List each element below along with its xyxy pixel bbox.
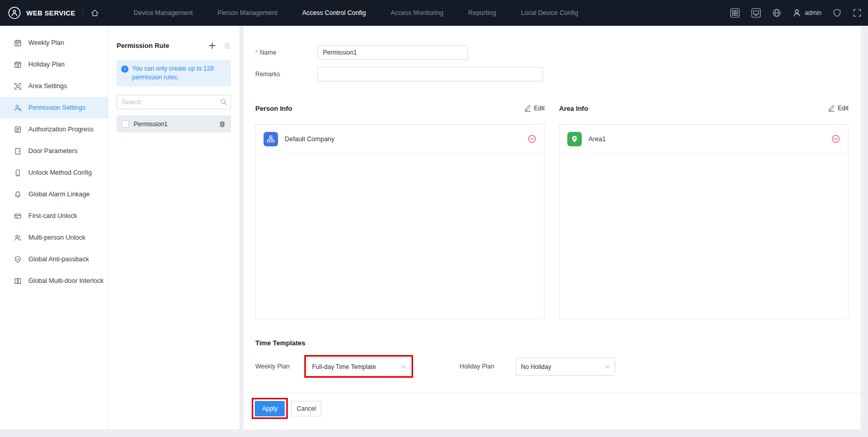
delete-rules-button[interactable]	[223, 42, 231, 49]
weekly-plan-value: Full-day Time Template	[312, 363, 401, 371]
unlock-method-icon	[14, 169, 22, 177]
rule-limit-notice: i You can only create up to 128 permissi…	[117, 60, 231, 87]
multi-person-icon	[14, 234, 22, 242]
minus-circle-icon	[831, 135, 840, 143]
topbar-divider	[83, 9, 83, 17]
multi-door-icon	[14, 277, 22, 285]
info-icon: i	[121, 65, 128, 73]
name-label: *Name	[255, 45, 276, 60]
sidebar: Weekly Plan Holiday Plan Area Settings P…	[0, 26, 108, 429]
sidebar-item-multi-person-unlock[interactable]: Multi-person Unlock	[0, 227, 108, 248]
minus-circle-icon	[528, 135, 536, 143]
sidebar-item-global-alarm-linkage[interactable]: Global Alarm Linkage	[0, 183, 108, 205]
remarks-label: Remarks	[255, 67, 280, 81]
edit-pencil-icon	[524, 105, 531, 112]
search-input[interactable]	[117, 95, 231, 109]
sidebar-item-global-anti-passback[interactable]: Global Anti-passback	[0, 248, 108, 270]
holiday-plan-select[interactable]: No Holiday	[516, 358, 615, 376]
required-asterisk: *	[255, 49, 258, 56]
trash-icon	[219, 121, 226, 128]
area-info-list: Area1	[559, 124, 848, 319]
sidebar-item-first-card-unlock[interactable]: First-card Unlock	[0, 205, 108, 227]
area-info-title: Area Info	[559, 105, 588, 112]
device-monitor-icon[interactable]	[751, 8, 761, 18]
company-icon	[264, 132, 278, 146]
holiday-plan-value: No Holiday	[521, 363, 605, 371]
weekly-plan-select[interactable]: Full-day Time Template	[307, 358, 411, 376]
sidebar-item-door-parameters[interactable]: Door Parameters	[0, 140, 108, 162]
user-name: admin	[805, 9, 822, 16]
chevron-down-icon	[401, 365, 406, 368]
main-nav: Device Management Person Management Acce…	[134, 0, 578, 26]
remove-person-button[interactable]	[528, 135, 536, 143]
time-templates-title: Time Templates	[255, 339, 305, 347]
rule-search	[117, 95, 231, 109]
sidebar-item-authorization-progress[interactable]: Authorization Progress	[0, 119, 108, 140]
alarm-linkage-icon	[14, 191, 22, 198]
person-item-name: Default Company	[285, 136, 521, 143]
area-pin-icon	[567, 132, 582, 146]
globe-icon[interactable]	[772, 8, 781, 18]
rule-limit-notice-text: You can only create up to 128 permission…	[132, 64, 226, 82]
add-rule-button[interactable]	[208, 42, 216, 49]
weekly-plan-label: Weekly Plan	[255, 358, 289, 376]
person-info-title: Person Info	[255, 105, 292, 112]
home-icon[interactable]	[90, 8, 100, 18]
nav-item-person-management[interactable]: Person Management	[218, 0, 277, 26]
search-icon[interactable]	[220, 98, 227, 106]
nav-item-local-device-config[interactable]: Local Device Config	[521, 0, 578, 26]
sidebar-item-weekly-plan[interactable]: Weekly Plan	[0, 32, 108, 54]
rule-delete-button[interactable]	[219, 121, 226, 128]
apps-grid-icon[interactable]	[730, 8, 740, 18]
anti-passback-icon	[14, 256, 22, 263]
rule-checkbox[interactable]	[122, 121, 129, 128]
brand-logo-icon	[8, 6, 21, 20]
name-input[interactable]	[317, 45, 468, 60]
permission-rule-title: Permission Rule	[117, 42, 208, 49]
trash-icon	[223, 42, 231, 49]
edit-pencil-icon	[828, 105, 835, 112]
fullscreen-icon[interactable]	[853, 8, 862, 18]
door-parameters-icon	[14, 147, 22, 155]
chevron-down-icon	[605, 365, 610, 368]
sidebar-item-area-settings[interactable]: Area Settings	[0, 75, 108, 97]
user-icon	[792, 8, 801, 18]
holiday-plan-label: Holiday Plan	[460, 358, 494, 376]
authorization-progress-icon	[14, 126, 22, 133]
permission-rule-panel: Permission Rule i You can only create up…	[108, 26, 239, 429]
area-settings-icon	[14, 82, 22, 90]
area-item: Area1	[560, 125, 848, 154]
rule-name: Permission1	[134, 121, 214, 128]
sidebar-item-unlock-method-config[interactable]: Unlock Method Config	[0, 162, 108, 183]
first-card-icon	[14, 212, 22, 220]
nav-item-device-management[interactable]: Device Management	[134, 0, 193, 26]
apply-button[interactable]: Apply	[255, 401, 285, 416]
topbar: WEB SERVICE Device Management Person Man…	[0, 0, 868, 26]
footer-divider	[243, 393, 861, 393]
nav-item-access-monitoring[interactable]: Access Monitoring	[391, 0, 444, 26]
permission-settings-icon	[14, 104, 22, 112]
remarks-input[interactable]	[317, 67, 543, 81]
person-item: Default Company	[256, 125, 544, 154]
security-shield-icon[interactable]	[832, 8, 842, 18]
sidebar-item-global-multi-door-interlock[interactable]: Global Multi-door Interlock	[0, 270, 108, 292]
user-menu[interactable]: admin	[792, 8, 822, 18]
weekly-plan-icon	[14, 39, 22, 47]
rule-list-item[interactable]: Permission1	[117, 115, 231, 132]
brand-name: WEB SERVICE	[26, 9, 75, 17]
area-item-name: Area1	[588, 136, 825, 143]
person-info-list: Default Company	[255, 124, 545, 319]
rule-detail-panel: *Name Remarks Person Info Edit	[243, 26, 861, 429]
nav-item-access-control-config[interactable]: Access Control Config	[302, 0, 366, 26]
nav-item-reporting[interactable]: Reporting	[468, 0, 496, 26]
cancel-button[interactable]: Cancel	[291, 401, 321, 416]
topbar-actions: admin	[730, 8, 862, 18]
person-edit-button[interactable]: Edit	[524, 105, 545, 112]
area-edit-button[interactable]: Edit	[828, 105, 848, 112]
holiday-plan-icon	[14, 61, 22, 69]
sidebar-item-holiday-plan[interactable]: Holiday Plan	[0, 54, 108, 75]
sidebar-item-permission-settings[interactable]: Permission Settings	[0, 97, 108, 119]
remove-area-button[interactable]	[831, 135, 840, 143]
